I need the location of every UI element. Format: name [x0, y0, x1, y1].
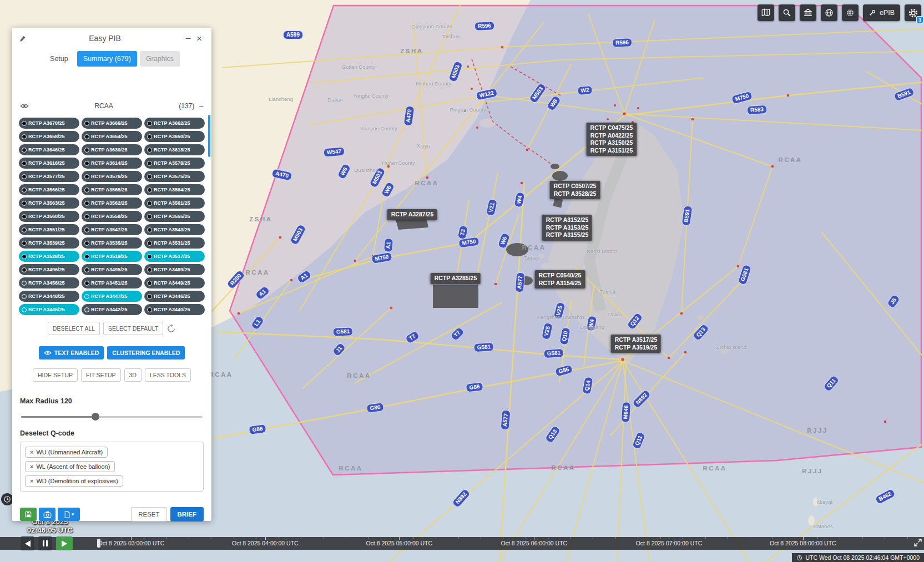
tab-setup[interactable]: Setup [44, 51, 74, 67]
qcode-chip[interactable]: ×WU (Unmanned Aircraft) [25, 447, 108, 458]
notam-chip[interactable]: RCTP A3519/25 [82, 251, 142, 262]
notam-chip[interactable]: RCTP A3531/25 [144, 237, 205, 249]
step-back-button[interactable] [21, 536, 34, 550]
notam-chip[interactable]: RCTP A3445/25 [19, 304, 79, 315]
tab-graphics[interactable]: Graphics [140, 51, 180, 67]
notam-chip[interactable]: RCTP A3447/25 [82, 291, 142, 302]
notam-chip[interactable]: RCTP A3551/25 [19, 224, 79, 235]
notam-chip[interactable]: RCTP A3469/25 [144, 264, 205, 275]
notam-chip[interactable]: RCTP A3578/25 [144, 158, 205, 169]
chip-label: RCTP A3528/25 [28, 254, 65, 259]
notam-chip[interactable]: RCTP A3616/25 [19, 158, 79, 169]
timeline-tick-label: Oct 8 2025 06:00:00 UTC [501, 540, 568, 546]
map-layers-button[interactable] [758, 4, 774, 21]
notam-chip[interactable]: RCTP A3495/25 [82, 264, 142, 275]
text-enabled-toggle[interactable]: TEXT ENABLED [39, 346, 104, 360]
timeline-bar[interactable]: Oct 8 2025 03:00:00 UTCOct 8 2025 04:00:… [0, 537, 924, 550]
qcode-chip[interactable]: ×WL (Ascent of free balloon) [25, 461, 115, 472]
timeline-minor-tick [413, 537, 414, 539]
notam-chip[interactable]: RCTP A3517/25 [144, 251, 205, 262]
tab-summary[interactable]: Summary (679) [77, 51, 137, 67]
notam-chip[interactable]: RCTP A3562/25 [82, 198, 142, 209]
notam-chip[interactable]: RCTP A3576/25 [82, 171, 142, 182]
notam-chip[interactable]: RCTP A3565/25 [82, 184, 142, 195]
refresh-icon[interactable] [166, 324, 176, 333]
satellite-globe-button[interactable] [842, 4, 859, 21]
close-button[interactable]: × [194, 34, 205, 43]
radius-slider-thumb[interactable] [92, 413, 99, 421]
notam-chip[interactable]: RCTP A3496/25 [19, 264, 79, 275]
notam-chip[interactable]: RCTP A3564/25 [144, 184, 205, 195]
timeline-scrubber[interactable] [97, 539, 100, 548]
deselect-all-button[interactable]: DESELECT ALL [48, 322, 100, 335]
notam-chip[interactable]: RCTP A3650/25 [144, 131, 205, 142]
epib-button[interactable]: ePIB [863, 4, 900, 21]
notam-chip[interactable]: RCTP A3558/25 [82, 211, 142, 222]
notam-chip[interactable]: RCTP A3646/25 [19, 144, 79, 155]
notam-chip[interactable]: RCTP A3539/25 [19, 237, 79, 249]
tool-button-hide-setup[interactable]: HIDE SETUP [33, 368, 78, 382]
notam-chip[interactable]: RCTP A3456/25 [19, 277, 79, 288]
notam-chip[interactable]: RCTP A3563/25 [19, 198, 79, 209]
globe-button[interactable] [821, 4, 837, 21]
notam-chip[interactable]: RCTP A3654/25 [82, 131, 142, 142]
notam-chip[interactable]: RCTP A3449/25 [144, 277, 205, 288]
save-button[interactable] [20, 508, 37, 521]
notam-chip[interactable]: RCTP A3666/25 [82, 118, 142, 129]
max-radius-slider[interactable] [21, 413, 203, 421]
notam-chip[interactable]: RCTP A3528/25 [19, 251, 79, 262]
chip-label: RCTP A3576/25 [91, 174, 128, 179]
timeline-expand-button[interactable] [913, 538, 922, 549]
notam-chip[interactable]: RCTP A3630/25 [82, 144, 142, 155]
notam-chip[interactable]: RCTP A3547/25 [82, 224, 142, 235]
notam-chip[interactable]: RCTP A3448/25 [19, 291, 79, 302]
notam-chip[interactable]: RCTP A3451/25 [82, 277, 142, 288]
aerodrome-button[interactable] [800, 4, 816, 21]
pencil-icon[interactable] [19, 34, 27, 43]
notam-chip[interactable]: RCTP A3446/25 [144, 291, 205, 302]
notam-chip[interactable]: RCTP A3555/25 [144, 211, 205, 222]
notam-chip[interactable]: RCTP A3560/25 [19, 211, 79, 222]
list-scrollbar[interactable] [208, 115, 210, 157]
notam-chip[interactable]: RCTP A3575/25 [144, 171, 205, 182]
notam-chip[interactable]: RCTP A3440/25 [144, 304, 205, 315]
remove-qcode-icon[interactable]: × [30, 478, 33, 484]
notam-chip[interactable]: RCTP A3658/25 [19, 131, 79, 142]
notam-chip[interactable]: RCTP A3442/25 [82, 304, 142, 315]
brief-button[interactable]: BRIEF [170, 507, 204, 522]
tool-button-3d[interactable]: 3D [124, 368, 142, 382]
tool-button-fit-setup[interactable]: FIT SETUP [81, 368, 120, 382]
remove-qcode-icon[interactable]: × [30, 449, 33, 455]
notam-chip[interactable]: RCTP A3662/25 [144, 118, 205, 129]
time-widget-toggle[interactable] [1, 493, 13, 505]
notam-chip[interactable]: RCTP A3566/25 [19, 184, 79, 195]
notam-chip[interactable]: RCTP A3618/25 [144, 144, 205, 155]
panel-titlebar[interactable]: Easy PIB − × [12, 28, 211, 49]
notam-chip[interactable]: RCTP A3670/25 [19, 118, 79, 129]
clustering-enabled-toggle[interactable]: CLUSTERING ENABLED [107, 346, 185, 360]
notam-chip[interactable]: RCTP A3577/25 [19, 171, 79, 182]
timeline-minor-tick [548, 537, 548, 539]
notam-chip[interactable]: RCTP A3535/25 [82, 237, 142, 249]
pause-button[interactable] [38, 536, 52, 550]
notam-chip[interactable]: RCTP A3543/25 [144, 224, 205, 235]
select-default-button[interactable]: SELECT DEFAULT [103, 322, 163, 335]
remove-qcode-icon[interactable]: × [30, 463, 33, 470]
qcode-box: ×WU (Unmanned Aircraft)×WL (Ascent of fr… [20, 442, 204, 492]
panel-tabs: SetupSummary (679)Graphics [12, 51, 211, 67]
search-button[interactable] [779, 4, 795, 21]
export-pdf-button[interactable]: ▾ [58, 508, 80, 521]
visibility-eye-icon[interactable] [20, 103, 29, 109]
notam-chip[interactable]: RCTP A3614/25 [82, 158, 142, 169]
chip-state-dot [84, 148, 89, 153]
fir-boundary [230, 6, 921, 475]
tool-button-less-tools[interactable]: LESS TOOLS [145, 368, 191, 382]
play-button[interactable] [56, 536, 73, 550]
reset-button[interactable]: RESET [131, 507, 166, 522]
screenshot-button[interactable] [39, 508, 55, 521]
settings-button[interactable]: 3 [905, 4, 921, 21]
notam-chip[interactable]: RCTP A3561/25 [144, 198, 205, 209]
qcode-chip[interactable]: ×WD (Demolition of explosives) [25, 475, 123, 487]
minimize-button[interactable]: − [183, 34, 194, 43]
group-collapse-button[interactable]: − [199, 102, 204, 111]
